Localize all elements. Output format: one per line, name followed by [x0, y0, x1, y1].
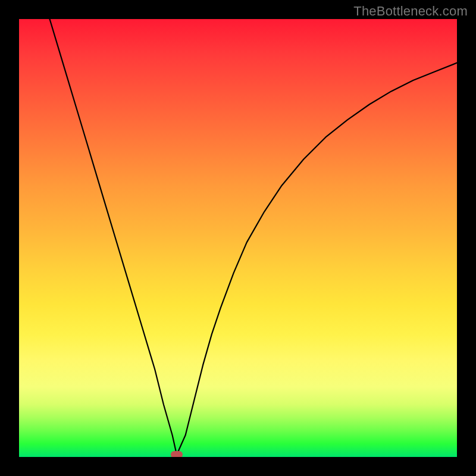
plot-area [19, 19, 457, 457]
watermark-text: TheBottleneck.com [353, 4, 468, 19]
current-config-marker [171, 451, 183, 457]
bottleneck-curve [19, 19, 457, 457]
curve-line [50, 19, 458, 455]
